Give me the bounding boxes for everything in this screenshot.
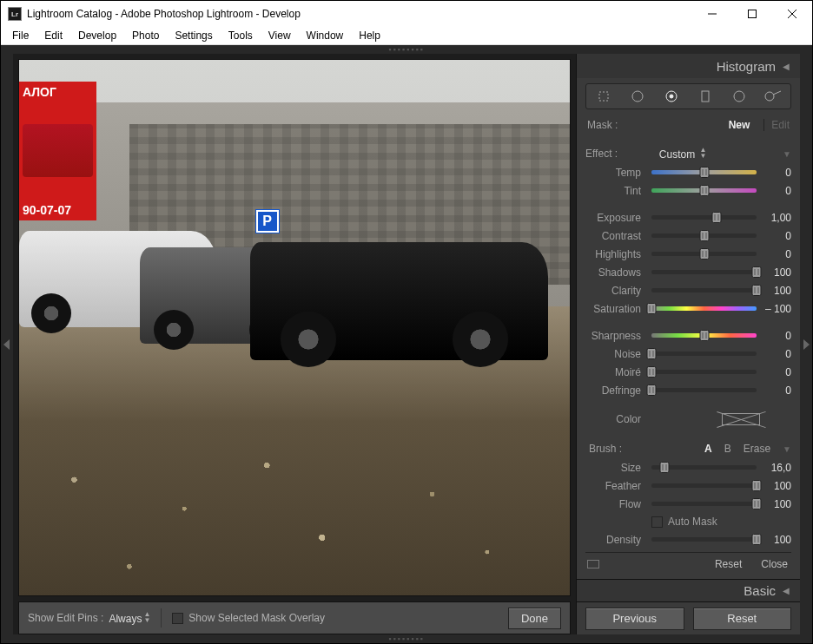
shadows-slider[interactable] [651, 270, 757, 274]
reset-button[interactable]: Reset [693, 608, 792, 630]
temp-slider[interactable] [651, 170, 757, 174]
color-swatch[interactable] [722, 413, 760, 425]
app-icon: Lr [8, 7, 22, 21]
color-label: Color [585, 413, 648, 425]
sharpness-slider[interactable] [651, 333, 757, 338]
svg-point-5 [632, 91, 643, 102]
clarity-slider[interactable] [651, 288, 757, 292]
spot-tool-icon[interactable] [627, 87, 648, 106]
effect-disclose-icon[interactable]: ▼ [783, 149, 791, 159]
saturation-value[interactable]: – 100 [760, 303, 791, 315]
maximize-button[interactable] [732, 1, 772, 27]
defringe-value[interactable]: 0 [760, 384, 791, 397]
exposure-value[interactable]: 1,00 [760, 212, 791, 224]
automask-checkbox[interactable] [651, 516, 663, 528]
histogram-panel-header[interactable]: Histogram◀ [577, 54, 800, 78]
brush-flow-value[interactable]: 100 [760, 498, 791, 510]
show-edit-pins-label: Show Edit Pins : [28, 612, 103, 624]
menu-window[interactable]: Window [299, 28, 352, 43]
moire-value[interactable]: 0 [760, 366, 791, 378]
top-panel-handle[interactable]: ▪▪▪▪▪▪▪▪ [1, 45, 812, 54]
develop-right-panel: Histogram◀ Mask : New Edit [576, 54, 800, 634]
menu-tools[interactable]: Tools [221, 28, 261, 43]
menu-develop[interactable]: Develop [70, 28, 124, 43]
shadows-value[interactable]: 100 [760, 266, 791, 279]
saturation-slider[interactable] [651, 306, 757, 311]
menu-photo[interactable]: Photo [124, 28, 167, 43]
panel-switch-icon[interactable] [587, 560, 599, 568]
brush-reset-button[interactable]: Reset [715, 558, 742, 570]
menu-file[interactable]: File [4, 28, 36, 43]
tint-slider[interactable] [651, 188, 757, 193]
brush-label: Brush : [589, 443, 622, 455]
mask-overlay-checkbox[interactable] [172, 613, 183, 624]
tint-value[interactable]: 0 [760, 185, 791, 197]
svg-point-9 [734, 91, 744, 102]
clarity-value[interactable]: 100 [760, 285, 791, 297]
edited-photo: АЛОГ 90-07-07 P [19, 60, 570, 595]
noise-value[interactable]: 0 [760, 348, 791, 360]
brush-feather-value[interactable]: 100 [760, 480, 791, 492]
right-panel-toggle[interactable] [800, 54, 812, 634]
svg-rect-1 [749, 10, 757, 18]
titlebar: Lr Lightroom Catalog - Adobe Photoshop L… [1, 1, 812, 27]
show-edit-pins-dropdown[interactable]: Always▲▼ [109, 611, 150, 625]
mask-new-button[interactable]: New [729, 119, 750, 131]
menu-help[interactable]: Help [351, 28, 388, 43]
menu-view[interactable]: View [261, 28, 299, 43]
parking-sign: P [256, 210, 279, 233]
temp-value[interactable]: 0 [760, 167, 791, 179]
contrast-slider[interactable] [651, 233, 757, 238]
menubar: File Edit Develop Photo Settings Tools V… [1, 27, 812, 45]
left-panel-toggle[interactable] [1, 54, 13, 634]
minimize-button[interactable] [692, 1, 732, 27]
radial-tool-icon[interactable] [729, 87, 750, 106]
automask-label: Auto Mask [668, 516, 717, 528]
brush-close-button[interactable]: Close [761, 558, 788, 570]
sharpness-value[interactable]: 0 [760, 330, 791, 342]
redeye-tool-icon[interactable] [661, 87, 682, 106]
close-button[interactable] [772, 1, 812, 27]
crop-tool-icon[interactable] [593, 87, 614, 106]
moire-slider[interactable] [651, 370, 757, 374]
local-adjust-toolbar [585, 83, 791, 109]
brush-flow-slider[interactable] [651, 502, 757, 506]
brush-erase[interactable]: Erase [744, 443, 770, 455]
mask-edit-button: Edit [771, 119, 790, 131]
svg-rect-8 [702, 91, 709, 102]
defringe-slider[interactable] [651, 388, 757, 392]
brush-size-value[interactable]: 16,0 [760, 462, 791, 474]
highlights-value[interactable]: 0 [760, 248, 791, 260]
brush-disclose-icon[interactable]: ▼ [783, 444, 791, 454]
mask-overlay-label: Show Selected Mask Overlay [188, 612, 325, 624]
effect-dropdown[interactable]: Custom ▲▼ [659, 147, 707, 161]
exposure-slider[interactable] [651, 215, 757, 220]
contrast-value[interactable]: 0 [760, 230, 791, 242]
photo-canvas[interactable]: АЛОГ 90-07-07 P [18, 59, 571, 596]
billboard: АЛОГ 90-07-07 [19, 82, 96, 220]
brush-size-slider[interactable] [651, 465, 757, 470]
svg-point-7 [670, 95, 673, 98]
noise-slider[interactable] [651, 352, 757, 356]
brush-a[interactable]: A [704, 443, 712, 455]
svg-rect-4 [599, 92, 608, 101]
window-title: Lightroom Catalog - Adobe Photoshop Ligh… [27, 8, 692, 20]
effect-label: Effect : [585, 148, 618, 160]
filmstrip-handle[interactable]: ▪▪▪▪▪▪▪▪ [1, 634, 812, 643]
svg-line-11 [773, 91, 781, 95]
menu-settings[interactable]: Settings [167, 28, 220, 43]
brush-feather-slider[interactable] [651, 483, 757, 488]
done-button[interactable]: Done [508, 608, 561, 629]
brush-b[interactable]: B [724, 443, 731, 455]
menu-edit[interactable]: Edit [36, 28, 70, 43]
basic-panel-header[interactable]: Basic◀ [577, 579, 800, 601]
mask-label: Mask : [587, 119, 618, 131]
highlights-slider[interactable] [651, 252, 757, 256]
canvas-toolbar: Show Edit Pins : Always▲▼ Show Selected … [18, 601, 571, 634]
previous-button[interactable]: Previous [585, 608, 684, 630]
gradient-tool-icon[interactable] [695, 87, 716, 106]
brush-density-slider[interactable] [651, 537, 757, 542]
brush-tool-icon[interactable] [763, 87, 783, 106]
brush-density-value[interactable]: 100 [760, 534, 791, 546]
svg-point-10 [765, 92, 774, 101]
